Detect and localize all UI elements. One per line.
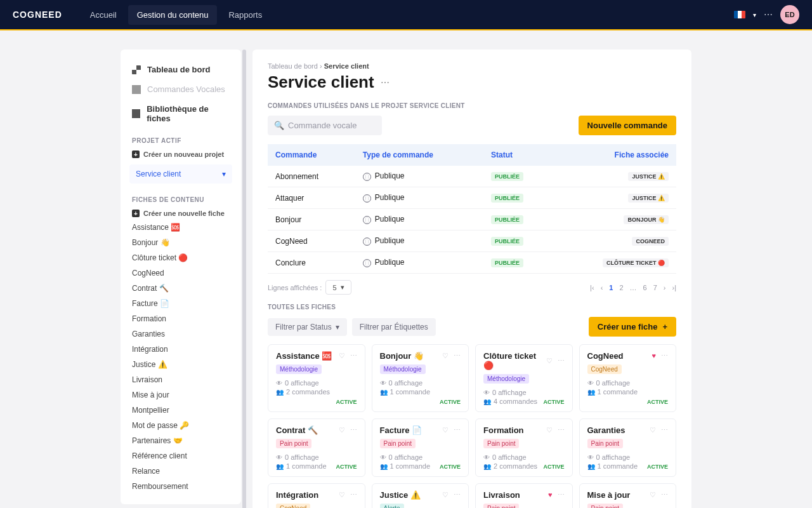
fiche-card[interactable]: Mise à jour♡⋯Pain point👁 0 affichage👥 1 …	[579, 483, 677, 508]
sidebar-fiche-item[interactable]: Remboursement	[121, 479, 241, 494]
fiche-card[interactable]: Garanties♡⋯Pain point👁 0 affichage👥 1 co…	[579, 418, 677, 477]
fiche-badge: CLÔTURE TICKET 🔴	[603, 258, 669, 267]
sidebar-fiche-item[interactable]: Intégration	[121, 342, 241, 357]
more-icon[interactable]: ⋯	[350, 491, 357, 499]
heart-icon[interactable]: ♡	[442, 352, 449, 360]
col-fiche[interactable]: Fiche associée	[554, 144, 676, 166]
more-icon[interactable]: ⋯	[558, 491, 565, 499]
card-title: Bonjour 👋	[380, 351, 424, 361]
sidebar-fiche-item[interactable]: Bonjour 👋	[121, 235, 241, 250]
sidebar-fiche-item[interactable]: Assistance 🆘	[121, 220, 241, 235]
heart-icon[interactable]: ♥	[652, 352, 656, 360]
create-fiche-button[interactable]: Créer une fiche+	[589, 317, 676, 337]
lines-select[interactable]: 5▾	[325, 280, 351, 295]
heart-icon[interactable]: ♡	[339, 352, 345, 360]
table-row[interactable]: ConclurePubliquePUBLIÉECLÔTURE TICKET 🔴	[268, 252, 676, 274]
scrollbar[interactable]	[242, 50, 246, 508]
heart-icon[interactable]: ♥	[548, 491, 553, 499]
pager-prev-icon[interactable]: ‹	[601, 284, 603, 291]
status-badge: PUBLIÉE	[491, 172, 523, 181]
pager-page[interactable]: 1	[609, 284, 613, 291]
more-icon[interactable]: ⋯	[381, 77, 390, 88]
pager-first-icon[interactable]: |‹	[590, 284, 594, 291]
pager-page[interactable]: 2	[619, 284, 623, 291]
col-commande[interactable]: Commande	[268, 144, 355, 166]
card-title: Clôture ticket 🔴	[483, 351, 542, 370]
more-icon[interactable]: ⋯	[350, 352, 357, 360]
chevron-down-icon[interactable]: ▾	[753, 11, 756, 18]
sidebar-fiche-item[interactable]: Partenaires 🤝	[121, 433, 241, 448]
new-project-button[interactable]: +Créer un nouveau projet	[121, 148, 241, 161]
fiche-card[interactable]: Clôture ticket 🔴♡⋯Méthodologie👁 0 affich…	[475, 344, 573, 412]
main-panel: Tableau de bord › Service client Service…	[252, 50, 691, 508]
sidebar-fiche-item[interactable]: Référence client	[121, 448, 241, 464]
pager-last-icon[interactable]: ›|	[672, 284, 676, 291]
heart-icon[interactable]: ♡	[339, 426, 345, 434]
fiche-card[interactable]: CogNeed♥⋯CogNeed👁 0 affichage👥 1 command…	[579, 344, 677, 412]
sidebar-fiche-item[interactable]: CogNeed	[121, 265, 241, 281]
more-icon[interactable]: ⋯	[350, 426, 357, 434]
sidebar-fiche-item[interactable]: Montpellier	[121, 403, 241, 418]
table-row[interactable]: AbonnementPubliquePUBLIÉEJUSTICE ⚠️	[268, 166, 676, 187]
sidebar-dashboard[interactable]: Tableau de bord	[121, 60, 241, 79]
new-fiche-button[interactable]: +Créer une nouvelle fiche	[121, 207, 241, 220]
sidebar-fiche-item[interactable]: Facture 📄	[121, 296, 241, 311]
fiche-card[interactable]: Intégration♡⋯CogNeed👁 0 affichage👥 1 com…	[268, 483, 365, 508]
table-row[interactable]: BonjourPubliquePUBLIÉEBONJOUR 👋	[268, 209, 676, 231]
sidebar-fiche-item[interactable]: Formation	[121, 311, 241, 326]
search-input[interactable]: 🔍 Commande vocale	[268, 116, 382, 135]
heart-icon[interactable]: ♡	[650, 491, 656, 499]
users-icon: 👥	[587, 389, 595, 396]
fiche-card[interactable]: Formation♡⋯Pain point👁 0 affichage👥 2 co…	[475, 418, 573, 477]
fiche-card[interactable]: Justice ⚠️♡⋯Alerte👁 0 affichage👥 7 comma…	[372, 483, 469, 508]
more-icon[interactable]: ⋯	[558, 357, 565, 365]
sidebar-fiche-item[interactable]: Mise à jour	[121, 387, 241, 403]
sidebar-fiche-item[interactable]: Clôture ticket 🔴	[121, 250, 241, 265]
breadcrumb-root[interactable]: Tableau de bord	[268, 62, 318, 70]
filter-status[interactable]: Filtrer par Status▾	[268, 318, 347, 336]
heart-icon[interactable]: ♡	[339, 491, 345, 499]
nav-accueil[interactable]: Accueil	[81, 5, 126, 25]
more-icon[interactable]: ⋯	[764, 10, 773, 20]
fiche-card[interactable]: Facture 📄♡⋯Pain point👁 0 affichage👥 1 co…	[372, 418, 469, 477]
more-icon[interactable]: ⋯	[661, 491, 668, 499]
sidebar-fiche-item[interactable]: Relance	[121, 464, 241, 479]
table-row[interactable]: AttaquerPubliquePUBLIÉEJUSTICE ⚠️	[268, 187, 676, 209]
heart-icon[interactable]: ♡	[546, 426, 553, 434]
filter-tags[interactable]: Filtrer par Étiquettes	[352, 318, 436, 336]
more-icon[interactable]: ⋯	[661, 352, 668, 360]
col-type[interactable]: Type de commande	[355, 144, 483, 166]
more-icon[interactable]: ⋯	[558, 426, 565, 434]
logo: COGNEED	[13, 10, 62, 20]
sidebar-bibliotheque[interactable]: Bibliothèque de fiches	[121, 99, 241, 128]
sidebar-fiche-item[interactable]: Livraison	[121, 372, 241, 387]
fiche-card[interactable]: Assistance 🆘♡⋯Méthodologie👁 0 affichage👥…	[268, 344, 365, 412]
more-icon[interactable]: ⋯	[454, 352, 461, 360]
more-icon[interactable]: ⋯	[661, 426, 668, 434]
nav-gestion[interactable]: Gestion du contenu	[128, 5, 218, 25]
more-icon[interactable]: ⋯	[454, 491, 461, 499]
pager-next-icon[interactable]: ›	[664, 284, 666, 291]
sidebar-commandes-vocales[interactable]: Commandes Vocales	[121, 79, 241, 99]
fiche-card[interactable]: Bonjour 👋♡⋯Méthodologie👁 0 affichage👥 1 …	[372, 344, 469, 412]
more-icon[interactable]: ⋯	[454, 426, 461, 434]
avatar[interactable]: ED	[780, 5, 799, 24]
sidebar-fiche-item[interactable]: Garanties	[121, 326, 241, 342]
fiche-card[interactable]: Contrat 🔨♡⋯Pain point👁 0 affichage👥 1 co…	[268, 418, 365, 477]
heart-icon[interactable]: ♡	[546, 357, 553, 365]
sidebar-fiche-item[interactable]: Contrat 🔨	[121, 281, 241, 296]
sidebar-fiche-item[interactable]: Justice ⚠️	[121, 357, 241, 372]
fiche-card[interactable]: Livraison♥⋯Pain point👁 0 affichage👥 2 co…	[475, 483, 573, 508]
pager-page[interactable]: 7	[653, 284, 657, 291]
new-command-button[interactable]: Nouvelle commande	[579, 116, 676, 135]
col-statut[interactable]: Statut	[483, 144, 554, 166]
sidebar-fiche-item[interactable]: Mot de passe 🔑	[121, 418, 241, 433]
nav-rapports[interactable]: Rapports	[219, 5, 271, 25]
heart-icon[interactable]: ♡	[650, 426, 656, 434]
heart-icon[interactable]: ♡	[442, 426, 449, 434]
project-select[interactable]: Service client▾	[129, 164, 232, 184]
flag-fr-icon[interactable]	[734, 11, 745, 18]
heart-icon[interactable]: ♡	[442, 491, 449, 499]
pager-page[interactable]: 6	[643, 284, 647, 291]
table-row[interactable]: CogNeedPubliquePUBLIÉECOGNEED	[268, 231, 676, 252]
